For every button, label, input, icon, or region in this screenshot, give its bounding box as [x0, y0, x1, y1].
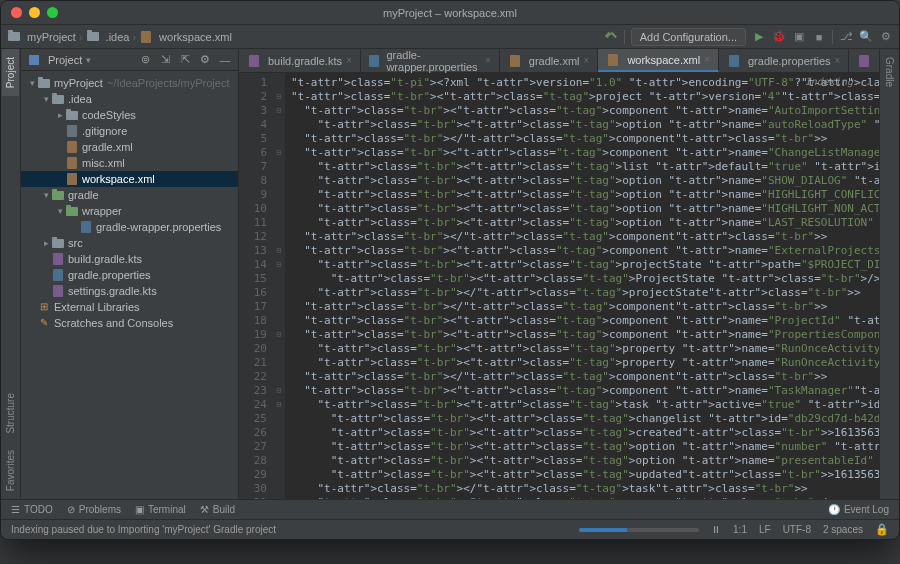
event-log-button[interactable]: 🕐Event Log — [828, 504, 889, 515]
tree-node[interactable]: ▾.idea — [21, 91, 238, 107]
fold-marker[interactable] — [273, 412, 285, 426]
fold-marker[interactable]: ⊟ — [273, 384, 285, 398]
fold-marker[interactable]: ⊟ — [273, 146, 285, 160]
arrow-expanded-icon[interactable]: ▾ — [55, 203, 65, 219]
locate-icon[interactable]: ⊚ — [138, 53, 152, 66]
code-line[interactable]: "t-attr">class="t-br"><"t-attr">class="t… — [291, 118, 879, 132]
editor-tab[interactable]: build.gradle.kts× — [239, 49, 361, 72]
code-line[interactable]: "t-attr">class="t-br"></"t-attr">class="… — [291, 482, 879, 496]
code-line[interactable]: "t-attr">class="t-br"><"t-attr">class="t… — [291, 496, 879, 499]
editor-tab[interactable]: workspace.xml× — [598, 49, 719, 72]
toolwindow-tab-todo[interactable]: ☰TODO — [11, 504, 53, 515]
tree-node[interactable]: build.gradle.kts — [21, 251, 238, 267]
tree-node[interactable]: ▸src — [21, 235, 238, 251]
fold-marker[interactable]: ⊟ — [273, 90, 285, 104]
git-icon[interactable]: ⎇ — [839, 30, 853, 44]
progress-bar[interactable] — [579, 528, 699, 532]
code-line[interactable]: "t-attr">class="t-br"><"t-attr">class="t… — [291, 188, 879, 202]
tree-node[interactable]: workspace.xml — [21, 171, 238, 187]
code-area[interactable]: Indexing... "t-attr">class="t-pi"><?xml … — [285, 73, 879, 499]
code-line[interactable]: "t-attr">class="t-br"><"t-attr">class="t… — [291, 314, 879, 328]
tree-node[interactable]: gradle-wrapper.properties — [21, 219, 238, 235]
tree-node[interactable]: gradle.xml — [21, 139, 238, 155]
gear-icon[interactable]: ⚙ — [198, 53, 212, 66]
tree-node[interactable]: settings.gradle.kts — [21, 283, 238, 299]
editor-tab[interactable]: settings.gradle.kts× — [849, 49, 879, 72]
fold-marker[interactable]: ⊟ — [273, 244, 285, 258]
fold-marker[interactable]: ⊟ — [273, 398, 285, 412]
arrow-expanded-icon[interactable]: ▾ — [41, 91, 51, 107]
toolwindow-tab-project[interactable]: Project — [2, 49, 19, 96]
fold-marker[interactable] — [273, 356, 285, 370]
fold-marker[interactable] — [273, 118, 285, 132]
zoom-window-icon[interactable] — [47, 7, 58, 18]
fold-marker[interactable] — [273, 174, 285, 188]
fold-marker[interactable] — [273, 76, 285, 90]
fold-marker[interactable] — [273, 468, 285, 482]
fold-marker[interactable]: ⊟ — [273, 258, 285, 272]
debug-icon[interactable]: 🐞 — [772, 30, 786, 44]
progress-pause-icon[interactable]: ⏸ — [711, 524, 721, 535]
breadcrumb-folder[interactable]: .idea — [86, 31, 130, 43]
fold-marker[interactable] — [273, 342, 285, 356]
toolwindow-tab-favorites[interactable]: Favorites — [2, 442, 19, 499]
toolwindow-tab-gradle[interactable]: Gradle — [881, 49, 898, 95]
breadcrumb-file[interactable]: workspace.xml — [139, 31, 232, 43]
code-line[interactable]: "t-attr">class="t-br"></"t-attr">class="… — [291, 370, 879, 384]
editor-tab[interactable]: gradle.xml× — [500, 49, 599, 72]
fold-marker[interactable] — [273, 216, 285, 230]
file-encoding[interactable]: UTF-8 — [783, 524, 811, 535]
tree-node[interactable]: ✎Scratches and Consoles — [21, 315, 238, 331]
code-line[interactable]: "t-attr">class="t-br"><"t-attr">class="t… — [291, 454, 879, 468]
close-tab-icon[interactable]: × — [584, 55, 590, 66]
fold-marker[interactable] — [273, 272, 285, 286]
build-hammer-icon[interactable] — [604, 30, 618, 44]
fold-marker[interactable] — [273, 230, 285, 244]
code-line[interactable]: "t-attr">class="t-pi"><?xml "t-attr">ver… — [291, 76, 879, 90]
code-line[interactable]: "t-attr">class="t-br"><"t-attr">class="t… — [291, 104, 879, 118]
line-separator[interactable]: LF — [759, 524, 771, 535]
readonly-lock-icon[interactable]: 🔒 — [875, 523, 889, 536]
indent-widget[interactable]: 2 spaces — [823, 524, 863, 535]
tree-node[interactable]: ▾myProject~/IdeaProjects/myProject — [21, 75, 238, 91]
toolwindow-tab-terminal[interactable]: ▣Terminal — [135, 504, 186, 515]
editor-tab[interactable]: gradle.properties× — [719, 49, 849, 72]
code-line[interactable]: "t-attr">class="t-br"><"t-attr">class="t… — [291, 328, 879, 342]
tree-node[interactable]: ⊞External Libraries — [21, 299, 238, 315]
code-line[interactable]: "t-attr">class="t-br"></"t-attr">class="… — [291, 300, 879, 314]
fold-marker[interactable] — [273, 300, 285, 314]
editor-tab[interactable]: gradle-wrapper.properties× — [361, 49, 500, 72]
code-line[interactable]: "t-attr">class="t-br"></"t-attr">class="… — [291, 132, 879, 146]
arrow-expanded-icon[interactable]: ▾ — [27, 75, 37, 91]
close-tab-icon[interactable]: × — [835, 55, 841, 66]
code-line[interactable]: "t-attr">class="t-br"><"t-attr">class="t… — [291, 398, 879, 412]
fold-marker[interactable] — [273, 286, 285, 300]
code-line[interactable]: "t-attr">class="t-br"><"t-attr">class="t… — [291, 342, 879, 356]
fold-marker[interactable] — [273, 370, 285, 384]
close-tab-icon[interactable]: × — [346, 55, 352, 66]
code-line[interactable]: "t-attr">class="t-br"><"t-attr">class="t… — [291, 174, 879, 188]
fold-marker[interactable] — [273, 426, 285, 440]
code-line[interactable]: "t-attr">class="t-br"><"t-attr">class="t… — [291, 440, 879, 454]
chevron-down-icon[interactable]: ▾ — [86, 55, 91, 65]
tree-node[interactable]: ▾wrapper — [21, 203, 238, 219]
fold-marker[interactable] — [273, 132, 285, 146]
code-line[interactable]: "t-attr">class="t-br"><"t-attr">class="t… — [291, 160, 879, 174]
project-tree[interactable]: ▾myProject~/IdeaProjects/myProject▾.idea… — [21, 71, 238, 499]
tree-node[interactable]: ▾gradle — [21, 187, 238, 203]
close-window-icon[interactable] — [11, 7, 22, 18]
editor[interactable]: 1234567891011121314151617181920212223242… — [239, 73, 879, 499]
code-line[interactable]: "t-attr">class="t-br"><"t-attr">class="t… — [291, 146, 879, 160]
fold-marker[interactable] — [273, 314, 285, 328]
tree-node[interactable]: gradle.properties — [21, 267, 238, 283]
search-icon[interactable]: 🔍 — [859, 30, 873, 44]
tree-node[interactable]: .gitignore — [21, 123, 238, 139]
close-tab-icon[interactable]: × — [485, 55, 491, 66]
stop-icon[interactable]: ■ — [812, 30, 826, 44]
breadcrumb-project[interactable]: myProject — [7, 31, 76, 43]
code-line[interactable]: "t-attr">class="t-br"><"t-attr">class="t… — [291, 468, 879, 482]
code-line[interactable]: "t-attr">class="t-br"></"t-attr">class="… — [291, 286, 879, 300]
arrow-collapsed-icon[interactable]: ▸ — [41, 235, 51, 251]
run-icon[interactable]: ▶ — [752, 30, 766, 44]
fold-gutter[interactable]: ⊟⊟⊟⊟⊟⊟⊟⊟ — [273, 73, 285, 499]
